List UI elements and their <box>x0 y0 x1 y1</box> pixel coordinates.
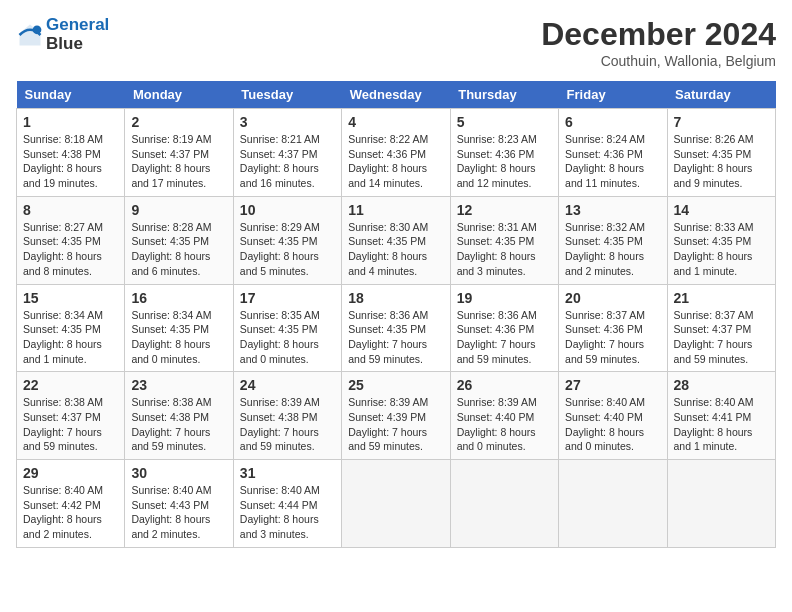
day-info: Sunrise: 8:34 AMSunset: 4:35 PMDaylight:… <box>131 308 226 367</box>
svg-point-2 <box>33 25 42 34</box>
title-block: December 2024 Couthuin, Wallonia, Belgiu… <box>541 16 776 69</box>
logo-icon <box>16 21 44 49</box>
day-info: Sunrise: 8:23 AMSunset: 4:36 PMDaylight:… <box>457 132 552 191</box>
day-info: Sunrise: 8:39 AMSunset: 4:40 PMDaylight:… <box>457 395 552 454</box>
day-info: Sunrise: 8:40 AMSunset: 4:42 PMDaylight:… <box>23 483 118 542</box>
day-number: 16 <box>131 290 226 306</box>
col-friday: Friday <box>559 81 667 109</box>
day-info: Sunrise: 8:38 AMSunset: 4:37 PMDaylight:… <box>23 395 118 454</box>
day-cell-25: 25Sunrise: 8:39 AMSunset: 4:39 PMDayligh… <box>342 372 450 460</box>
day-number: 25 <box>348 377 443 393</box>
day-number: 17 <box>240 290 335 306</box>
day-number: 28 <box>674 377 769 393</box>
empty-cell <box>667 460 775 548</box>
day-info: Sunrise: 8:18 AMSunset: 4:38 PMDaylight:… <box>23 132 118 191</box>
day-cell-5: 5Sunrise: 8:23 AMSunset: 4:36 PMDaylight… <box>450 109 558 197</box>
day-info: Sunrise: 8:29 AMSunset: 4:35 PMDaylight:… <box>240 220 335 279</box>
day-info: Sunrise: 8:22 AMSunset: 4:36 PMDaylight:… <box>348 132 443 191</box>
day-number: 20 <box>565 290 660 306</box>
day-cell-8: 8Sunrise: 8:27 AMSunset: 4:35 PMDaylight… <box>17 196 125 284</box>
month-title: December 2024 <box>541 16 776 53</box>
day-number: 27 <box>565 377 660 393</box>
day-number: 5 <box>457 114 552 130</box>
day-number: 30 <box>131 465 226 481</box>
day-cell-15: 15Sunrise: 8:34 AMSunset: 4:35 PMDayligh… <box>17 284 125 372</box>
day-cell-23: 23Sunrise: 8:38 AMSunset: 4:38 PMDayligh… <box>125 372 233 460</box>
day-cell-20: 20Sunrise: 8:37 AMSunset: 4:36 PMDayligh… <box>559 284 667 372</box>
header-row: Sunday Monday Tuesday Wednesday Thursday… <box>17 81 776 109</box>
day-cell-30: 30Sunrise: 8:40 AMSunset: 4:43 PMDayligh… <box>125 460 233 548</box>
day-number: 23 <box>131 377 226 393</box>
day-cell-31: 31Sunrise: 8:40 AMSunset: 4:44 PMDayligh… <box>233 460 341 548</box>
day-info: Sunrise: 8:33 AMSunset: 4:35 PMDaylight:… <box>674 220 769 279</box>
day-cell-1: 1Sunrise: 8:18 AMSunset: 4:38 PMDaylight… <box>17 109 125 197</box>
day-cell-2: 2Sunrise: 8:19 AMSunset: 4:37 PMDaylight… <box>125 109 233 197</box>
day-number: 22 <box>23 377 118 393</box>
day-info: Sunrise: 8:39 AMSunset: 4:38 PMDaylight:… <box>240 395 335 454</box>
day-info: Sunrise: 8:24 AMSunset: 4:36 PMDaylight:… <box>565 132 660 191</box>
day-info: Sunrise: 8:31 AMSunset: 4:35 PMDaylight:… <box>457 220 552 279</box>
day-cell-14: 14Sunrise: 8:33 AMSunset: 4:35 PMDayligh… <box>667 196 775 284</box>
day-cell-6: 6Sunrise: 8:24 AMSunset: 4:36 PMDaylight… <box>559 109 667 197</box>
day-info: Sunrise: 8:37 AMSunset: 4:36 PMDaylight:… <box>565 308 660 367</box>
col-wednesday: Wednesday <box>342 81 450 109</box>
calendar-row-1: 1Sunrise: 8:18 AMSunset: 4:38 PMDaylight… <box>17 109 776 197</box>
calendar-row-3: 15Sunrise: 8:34 AMSunset: 4:35 PMDayligh… <box>17 284 776 372</box>
day-cell-12: 12Sunrise: 8:31 AMSunset: 4:35 PMDayligh… <box>450 196 558 284</box>
day-number: 13 <box>565 202 660 218</box>
day-number: 15 <box>23 290 118 306</box>
day-info: Sunrise: 8:40 AMSunset: 4:44 PMDaylight:… <box>240 483 335 542</box>
day-cell-26: 26Sunrise: 8:39 AMSunset: 4:40 PMDayligh… <box>450 372 558 460</box>
day-number: 6 <box>565 114 660 130</box>
day-cell-9: 9Sunrise: 8:28 AMSunset: 4:35 PMDaylight… <box>125 196 233 284</box>
day-cell-11: 11Sunrise: 8:30 AMSunset: 4:35 PMDayligh… <box>342 196 450 284</box>
day-cell-4: 4Sunrise: 8:22 AMSunset: 4:36 PMDaylight… <box>342 109 450 197</box>
col-thursday: Thursday <box>450 81 558 109</box>
day-info: Sunrise: 8:28 AMSunset: 4:35 PMDaylight:… <box>131 220 226 279</box>
day-number: 7 <box>674 114 769 130</box>
day-number: 14 <box>674 202 769 218</box>
day-info: Sunrise: 8:30 AMSunset: 4:35 PMDaylight:… <box>348 220 443 279</box>
day-info: Sunrise: 8:35 AMSunset: 4:35 PMDaylight:… <box>240 308 335 367</box>
empty-cell <box>342 460 450 548</box>
day-number: 18 <box>348 290 443 306</box>
col-monday: Monday <box>125 81 233 109</box>
day-info: Sunrise: 8:38 AMSunset: 4:38 PMDaylight:… <box>131 395 226 454</box>
day-info: Sunrise: 8:36 AMSunset: 4:35 PMDaylight:… <box>348 308 443 367</box>
day-number: 11 <box>348 202 443 218</box>
day-number: 4 <box>348 114 443 130</box>
empty-cell <box>450 460 558 548</box>
col-saturday: Saturday <box>667 81 775 109</box>
day-info: Sunrise: 8:39 AMSunset: 4:39 PMDaylight:… <box>348 395 443 454</box>
day-info: Sunrise: 8:27 AMSunset: 4:35 PMDaylight:… <box>23 220 118 279</box>
logo-text-general: General <box>46 15 109 34</box>
calendar-row-5: 29Sunrise: 8:40 AMSunset: 4:42 PMDayligh… <box>17 460 776 548</box>
calendar-row-2: 8Sunrise: 8:27 AMSunset: 4:35 PMDaylight… <box>17 196 776 284</box>
day-info: Sunrise: 8:21 AMSunset: 4:37 PMDaylight:… <box>240 132 335 191</box>
day-info: Sunrise: 8:40 AMSunset: 4:40 PMDaylight:… <box>565 395 660 454</box>
col-tuesday: Tuesday <box>233 81 341 109</box>
page-header: General Blue December 2024 Couthuin, Wal… <box>16 16 776 69</box>
calendar-table: Sunday Monday Tuesday Wednesday Thursday… <box>16 81 776 548</box>
day-cell-16: 16Sunrise: 8:34 AMSunset: 4:35 PMDayligh… <box>125 284 233 372</box>
day-number: 1 <box>23 114 118 130</box>
day-number: 26 <box>457 377 552 393</box>
day-number: 31 <box>240 465 335 481</box>
day-number: 21 <box>674 290 769 306</box>
day-cell-22: 22Sunrise: 8:38 AMSunset: 4:37 PMDayligh… <box>17 372 125 460</box>
day-cell-28: 28Sunrise: 8:40 AMSunset: 4:41 PMDayligh… <box>667 372 775 460</box>
day-cell-13: 13Sunrise: 8:32 AMSunset: 4:35 PMDayligh… <box>559 196 667 284</box>
day-number: 10 <box>240 202 335 218</box>
day-cell-3: 3Sunrise: 8:21 AMSunset: 4:37 PMDaylight… <box>233 109 341 197</box>
day-info: Sunrise: 8:37 AMSunset: 4:37 PMDaylight:… <box>674 308 769 367</box>
day-info: Sunrise: 8:26 AMSunset: 4:35 PMDaylight:… <box>674 132 769 191</box>
day-number: 2 <box>131 114 226 130</box>
empty-cell <box>559 460 667 548</box>
day-cell-18: 18Sunrise: 8:36 AMSunset: 4:35 PMDayligh… <box>342 284 450 372</box>
day-number: 24 <box>240 377 335 393</box>
day-number: 19 <box>457 290 552 306</box>
day-info: Sunrise: 8:40 AMSunset: 4:41 PMDaylight:… <box>674 395 769 454</box>
day-number: 29 <box>23 465 118 481</box>
day-cell-10: 10Sunrise: 8:29 AMSunset: 4:35 PMDayligh… <box>233 196 341 284</box>
day-info: Sunrise: 8:40 AMSunset: 4:43 PMDaylight:… <box>131 483 226 542</box>
